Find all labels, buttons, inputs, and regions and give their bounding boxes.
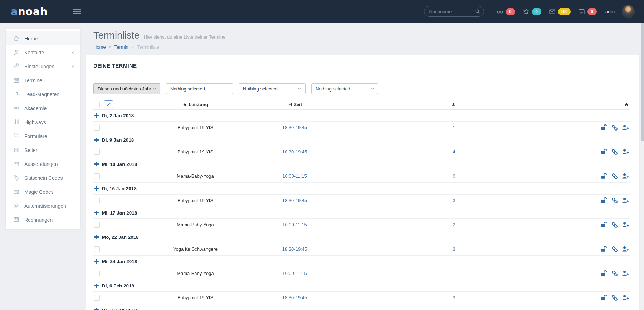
- row-checkbox[interactable]: [94, 222, 100, 228]
- sidebar-item-lead-magneten[interactable]: Lead-Magneten: [6, 87, 80, 101]
- unlock-icon[interactable]: [600, 123, 608, 132]
- zeit-link[interactable]: 18:30-19:45: [282, 246, 307, 252]
- sidebar-item-aussendungen[interactable]: Aussendungen: [6, 157, 80, 171]
- column-header-leistung[interactable]: Leistung: [118, 100, 272, 109]
- person-add-icon[interactable]: [621, 148, 630, 156]
- user-name[interactable]: adm: [605, 9, 615, 14]
- select-all-checkbox[interactable]: [94, 102, 100, 107]
- person-add-icon[interactable]: [621, 172, 630, 180]
- row-checkbox[interactable]: [94, 271, 100, 276]
- sidebar-item-magic-codes[interactable]: Magic Codes: [6, 185, 80, 199]
- search-icon[interactable]: [475, 9, 480, 14]
- hamburger-menu-icon[interactable]: [73, 7, 81, 16]
- link-icon[interactable]: [611, 246, 618, 253]
- teilnehmer-count-link[interactable]: 3: [453, 198, 455, 203]
- link-icon[interactable]: [611, 148, 618, 156]
- row-checkbox[interactable]: [94, 198, 100, 203]
- sidebar-item-akademie[interactable]: Akademie: [6, 101, 80, 115]
- unlock-icon[interactable]: [600, 269, 608, 277]
- leistung-cell: Babypoint 19 YfS: [118, 146, 272, 158]
- zeit-link[interactable]: 18:30-19:45: [282, 198, 307, 203]
- sidebar-item-seiten[interactable]: Seiten: [6, 143, 80, 157]
- column-header-teilnehmer[interactable]: [317, 100, 591, 109]
- add-appointment-button[interactable]: [94, 161, 99, 167]
- row-checkbox[interactable]: [94, 173, 100, 179]
- sidebar-item-termine[interactable]: Termine: [6, 73, 80, 87]
- filter-select-1[interactable]: Dieses und nächstes Jahr: [93, 83, 160, 94]
- link-icon[interactable]: [611, 124, 618, 131]
- unlock-icon[interactable]: [600, 172, 608, 180]
- page-scrollbar[interactable]: [641, 0, 644, 310]
- person-add-icon[interactable]: [621, 196, 630, 205]
- app-logo[interactable]: anoah: [11, 6, 48, 17]
- teilnehmer-count-link[interactable]: 0: [453, 173, 455, 179]
- add-appointment-button[interactable]: [94, 113, 99, 118]
- filter-select-2[interactable]: Nothing selected: [166, 83, 233, 94]
- envelope-icon[interactable]: [548, 8, 556, 15]
- unlock-icon[interactable]: [600, 148, 608, 156]
- unlock-icon[interactable]: [600, 294, 608, 302]
- zeit-link[interactable]: 10:00-11:15: [282, 271, 307, 276]
- person-add-icon[interactable]: [621, 221, 630, 229]
- add-appointment-button[interactable]: [94, 259, 99, 264]
- teilnehmer-count-link[interactable]: 2: [453, 222, 455, 227]
- unlock-icon[interactable]: [600, 196, 608, 205]
- teilnehmer-count-link[interactable]: 3: [453, 295, 455, 300]
- leistung-cell: Yoga für Schwangere: [118, 243, 272, 255]
- teilnehmer-count-link[interactable]: 4: [453, 149, 455, 154]
- sidebar-item-home[interactable]: Home: [6, 31, 80, 45]
- zeit-link[interactable]: 18:30-19:45: [282, 125, 307, 130]
- column-header-star[interactable]: [591, 100, 630, 109]
- add-appointment-button[interactable]: [94, 210, 99, 216]
- add-appointment-button[interactable]: [94, 307, 99, 310]
- scrollbar-thumb[interactable]: [641, 23, 644, 141]
- zeit-link[interactable]: 10:00-11:15: [282, 222, 307, 227]
- teilnehmer-count-link[interactable]: 1: [453, 125, 455, 130]
- link-icon[interactable]: [611, 221, 618, 228]
- person-add-icon[interactable]: [621, 245, 630, 253]
- column-header-zeit[interactable]: Zeit: [272, 100, 317, 109]
- sidebar-item-automatisierungen[interactable]: Automatisierungen: [6, 199, 80, 213]
- sidebar-item-highways[interactable]: Highways: [6, 115, 80, 129]
- breadcrumb-termin[interactable]: Termin: [114, 44, 128, 50]
- unlock-icon[interactable]: [600, 221, 608, 229]
- filter-select-3[interactable]: Nothing selected: [239, 83, 306, 94]
- date-group-row: Di, 2 Jan 2018: [93, 109, 630, 121]
- appointment-row: Mama-Baby-Yoga 10:00-11:15 0: [93, 170, 630, 182]
- glasses-icon[interactable]: [496, 8, 504, 15]
- add-appointment-button[interactable]: [94, 283, 99, 289]
- bulk-edit-button[interactable]: [104, 100, 113, 108]
- breadcrumb-home[interactable]: Home: [93, 44, 106, 50]
- add-appointment-button[interactable]: [94, 137, 99, 143]
- link-icon[interactable]: [611, 173, 618, 180]
- teilnehmer-count-link[interactable]: 1: [453, 271, 455, 276]
- row-checkbox[interactable]: [94, 125, 100, 131]
- row-checkbox[interactable]: [94, 246, 100, 252]
- sidebar-item-gutschein-codes[interactable]: Gutschein Codes: [6, 171, 80, 185]
- user-avatar[interactable]: [622, 5, 635, 18]
- zeit-link[interactable]: 10:00-11:15: [282, 173, 307, 179]
- teilnehmer-count-link[interactable]: 3: [453, 246, 455, 252]
- calendar-icon[interactable]: [578, 8, 585, 15]
- link-icon[interactable]: [611, 197, 618, 204]
- filter-select-4[interactable]: Nothing selected: [311, 83, 378, 94]
- sidebar-item-label: Formulare: [24, 133, 47, 139]
- add-appointment-button[interactable]: [94, 234, 99, 240]
- star-icon[interactable]: [522, 8, 530, 15]
- add-appointment-button[interactable]: [94, 186, 99, 191]
- row-checkbox[interactable]: [94, 149, 100, 155]
- person-add-icon[interactable]: [621, 294, 630, 302]
- sidebar-item-kontakte[interactable]: Kontakte: [6, 45, 80, 59]
- zeit-link[interactable]: 18:30-19:45: [282, 295, 307, 300]
- person-add-icon[interactable]: [621, 123, 630, 132]
- person-add-icon[interactable]: [621, 269, 630, 277]
- unlock-icon[interactable]: [600, 245, 608, 253]
- group-date-label: Di, 16 Jan 2018: [102, 186, 137, 191]
- row-checkbox[interactable]: [94, 295, 100, 301]
- link-icon[interactable]: [611, 270, 618, 277]
- sidebar-item-rechnungen[interactable]: Rechnungen: [6, 213, 80, 227]
- sidebar-item-formulare[interactable]: Formulare: [6, 129, 80, 143]
- link-icon[interactable]: [611, 294, 618, 301]
- zeit-link[interactable]: 18:30-19:45: [282, 149, 307, 154]
- sidebar-item-einstellungen[interactable]: Einstellungen: [6, 59, 80, 73]
